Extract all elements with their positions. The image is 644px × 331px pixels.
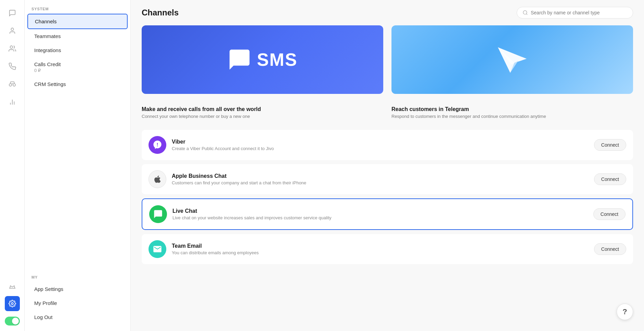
sidebar-item-my-profile[interactable]: My Profile (27, 296, 128, 310)
sidebar-item-crm-settings[interactable]: CRM Settings (27, 77, 128, 91)
svg-point-8 (11, 303, 13, 305)
search-icon (523, 10, 528, 15)
team-icon[interactable] (5, 41, 20, 56)
email-sub: You can distribute emails among employee… (172, 250, 589, 255)
chat-icon[interactable] (5, 5, 20, 21)
main-content: Channels SMS (131, 0, 644, 331)
email-connect-button[interactable]: Connect (594, 243, 626, 255)
search-box[interactable] (517, 7, 633, 19)
sidebar-item-app-settings[interactable]: App Settings (27, 282, 128, 296)
viber-info: Viber Create a Viber Public Account and … (172, 139, 589, 151)
livechat-sub: Live chat on your website increases sale… (172, 215, 588, 220)
livechat-name: Live Chat (172, 208, 588, 214)
viber-avatar (149, 136, 166, 154)
sms-banner-card[interactable]: SMS (142, 25, 383, 94)
telegram-desc-sub: Respond to customers in the messenger an… (391, 114, 633, 119)
email-name: Team Email (172, 243, 589, 249)
svg-point-9 (523, 11, 527, 14)
sidebar-item-calls-credit[interactable]: Calls Credit 0 ₽ (27, 57, 128, 77)
icon-bar (0, 0, 25, 331)
channel-viber: Viber Create a Viber Public Account and … (142, 130, 633, 160)
svg-line-10 (526, 14, 527, 15)
channel-apple: Apple Business Chat Customers can find y… (142, 164, 633, 194)
telegram-desc-title: Reach customers in Telegram (391, 106, 633, 112)
sidebar-item-teammates[interactable]: Teammates (27, 29, 128, 43)
viber-connect-button[interactable]: Connect (594, 139, 626, 151)
sms-label: SMS (257, 49, 298, 70)
viber-sub: Create a Viber Public Account and connec… (172, 146, 589, 151)
apple-connect-button[interactable]: Connect (594, 173, 626, 185)
apple-name: Apple Business Chat (172, 173, 589, 179)
my-section-label: MY (25, 270, 130, 282)
page-title: Channels (142, 8, 179, 17)
channel-desc-row: Make and receive calls from all over the… (142, 103, 633, 122)
sidebar-item-log-out[interactable]: Log Out (27, 310, 128, 324)
sms-desc: Make and receive calls from all over the… (142, 103, 383, 122)
contacts-icon[interactable] (5, 23, 20, 38)
telegram-plane-icon (492, 39, 533, 80)
status-toggle[interactable] (5, 317, 20, 326)
channels-scroll: SMS Make and receive calls from all over… (131, 25, 644, 331)
svg-point-2 (9, 84, 11, 86)
telegram-desc: Reach customers in Telegram Respond to c… (391, 103, 633, 122)
channel-livechat: Live Chat Live chat on your website incr… (142, 198, 633, 230)
svg-point-3 (13, 84, 15, 86)
sidebar: SYSTEM Channels Teammates Integrations C… (25, 0, 131, 331)
sms-desc-title: Make and receive calls from all over the… (142, 106, 383, 112)
apple-sub: Customers can find your company and star… (172, 180, 589, 185)
livechat-connect-button[interactable]: Connect (593, 208, 626, 220)
apple-info: Apple Business Chat Customers can find y… (172, 173, 589, 185)
search-input[interactable] (531, 10, 627, 15)
main-header: Channels (131, 0, 644, 25)
binoculars-icon[interactable] (5, 77, 20, 92)
email-avatar (149, 240, 166, 258)
channel-email: Team Email You can distribute emails amo… (142, 234, 633, 264)
livechat-info: Live Chat Live chat on your website incr… (172, 208, 588, 220)
viber-name: Viber (172, 139, 589, 145)
settings-icon[interactable] (5, 296, 20, 311)
phone-icon[interactable] (5, 59, 20, 74)
email-info: Team Email You can distribute emails amo… (172, 243, 589, 255)
speech-bubble-icon (228, 48, 252, 72)
livechat-avatar (149, 205, 167, 223)
sidebar-item-channels[interactable]: Channels (27, 14, 128, 29)
crown-icon[interactable] (5, 278, 20, 293)
system-section-label: SYSTEM (25, 7, 130, 14)
svg-point-0 (11, 28, 13, 30)
banner-row: SMS (142, 25, 633, 94)
analytics-icon[interactable] (5, 95, 20, 110)
svg-point-1 (10, 46, 12, 48)
sidebar-item-integrations[interactable]: Integrations (27, 43, 128, 57)
apple-avatar (149, 170, 166, 188)
telegram-banner-card[interactable] (391, 25, 633, 94)
sms-desc-sub: Connect your own telephone number or buy… (142, 114, 383, 119)
help-button[interactable]: ? (617, 304, 633, 320)
